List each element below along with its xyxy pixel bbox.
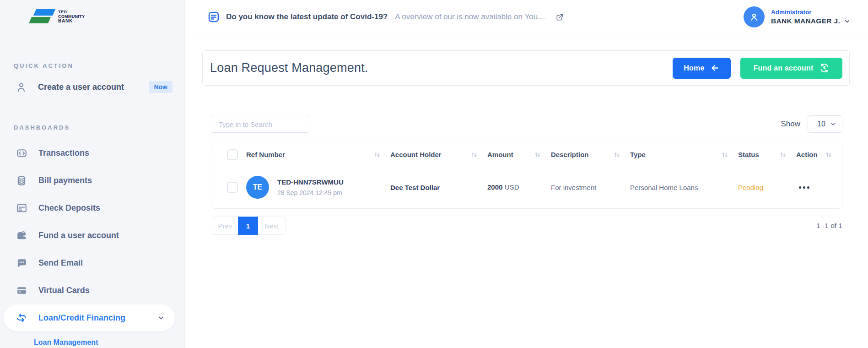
column-header-ref-number[interactable]: Ref Number [246, 151, 390, 158]
row-checkbox[interactable] [227, 182, 238, 193]
sidebar-item-check-deposits[interactable]: Check Deposits [0, 194, 184, 222]
transactions-icon [16, 147, 27, 159]
user-role: Administrator [771, 9, 851, 16]
chevron-down-icon [830, 121, 836, 127]
bank-logo-icon [29, 8, 55, 25]
svg-text:$: $ [823, 65, 826, 70]
announcement-icon [208, 11, 220, 23]
bill-payments-icon [16, 175, 27, 186]
chevron-down-icon [157, 314, 165, 321]
row-avatar: TE [246, 176, 269, 199]
table-zone: Show 10 [212, 115, 842, 235]
loan-requests-table: Ref Number Account Holder [212, 143, 842, 209]
sort-icon[interactable] [722, 152, 728, 158]
fund-account-icon [16, 230, 27, 241]
type-cell: Personal Home Loans [630, 184, 738, 191]
chevron-down-icon [844, 18, 851, 25]
page-title-card: Loan Request Management. Home Fund an ac… [202, 50, 850, 86]
sort-icon[interactable] [471, 152, 477, 158]
user-menu[interactable]: Administrator BANK MANAGER J. [744, 6, 851, 27]
brand-line1: TED [58, 10, 85, 14]
column-header-description[interactable]: Description [551, 151, 630, 158]
menu-label-fund-user-account: Fund a user account [38, 231, 119, 240]
ref-date: 28 Sep 2024 12:45 pm [277, 189, 344, 196]
pagination-row: Prev 1 Next 1 -1 of 1 [212, 217, 842, 235]
show-label: Show [781, 120, 800, 129]
fund-button-label: Fund an account [754, 64, 814, 72]
sidebar-subitem-loan-management[interactable]: Loan Management [0, 332, 184, 348]
person-icon [16, 82, 27, 93]
search-input[interactable] [212, 116, 309, 133]
avatar [744, 6, 765, 27]
sort-icon[interactable] [614, 152, 620, 158]
show-select-value: 10 [817, 120, 825, 128]
arrow-left-icon [710, 63, 720, 73]
pagination-prev-button[interactable]: Prev [212, 217, 238, 235]
now-badge: Now [149, 81, 173, 93]
sync-dollar-icon: $ [819, 63, 830, 73]
topbar: Do you know the latest update of Covid-1… [185, 0, 868, 34]
currency: USD [505, 183, 519, 191]
pagination-page-1[interactable]: 1 [238, 217, 258, 235]
sort-icon[interactable] [780, 152, 786, 158]
virtual-cards-icon [16, 285, 27, 296]
brand-line3: BANK [58, 19, 85, 23]
notice-bold-text: Do you know the latest update of Covid-1… [226, 12, 388, 22]
sidebar-item-create-user-account[interactable]: Create a user account Now [0, 79, 184, 95]
create-account-label: Create a user account [38, 82, 124, 92]
sidebar-item-fund-user-account[interactable]: Fund a user account [0, 222, 184, 249]
sidebar-item-bill-payments[interactable]: Bill payments [0, 167, 184, 194]
covid-notice[interactable]: Do you know the latest update of Covid-1… [208, 11, 564, 23]
sidebar-item-virtual-cards[interactable]: Virtual Cards [0, 277, 184, 304]
pagination-next-button[interactable]: Next [258, 217, 286, 235]
column-header-action[interactable]: Action [796, 151, 842, 158]
user-name: BANK MANAGER J. [771, 17, 840, 25]
pagination: Prev 1 Next [212, 217, 286, 235]
table-header-row: Ref Number Account Holder [212, 143, 842, 166]
menu-label-bill-payments: Bill payments [38, 176, 92, 185]
sidebar-item-send-email[interactable]: Send Email [0, 249, 184, 277]
check-deposits-icon [16, 202, 27, 214]
amount-cell: 2000 USD [487, 183, 551, 191]
menu-label-transactions: Transactions [38, 148, 89, 158]
table-toolbar: Show 10 [212, 115, 842, 133]
table-row: TE TED-HNN7SRWMUU 28 Sep 2024 12:45 pm D… [212, 166, 842, 208]
sort-icon[interactable] [374, 152, 380, 158]
app-window: TED COMMUNITY BANK QUICK ACTION Create a… [0, 0, 868, 348]
account-holder-cell: Dee Test Dollar [390, 184, 487, 191]
sort-icon[interactable] [534, 152, 541, 158]
menu-label-virtual-cards: Virtual Cards [38, 286, 90, 295]
menu-label-send-email: Send Email [38, 258, 83, 268]
fund-account-button[interactable]: Fund an account $ [740, 58, 842, 79]
show-select[interactable]: 10 [808, 115, 842, 133]
column-header-status[interactable]: Status [738, 151, 796, 158]
sidebar-item-loan-credit-financing[interactable]: Loan/Credit Financing [4, 304, 175, 331]
external-link-icon[interactable] [555, 13, 564, 22]
column-header-type[interactable]: Type [630, 151, 738, 158]
status-badge: Pending [738, 184, 796, 191]
column-header-account-holder[interactable]: Account Holder [390, 151, 487, 158]
notice-rest-text: A overview of our is now available on Yo… [395, 12, 545, 22]
bank-logo[interactable]: TED COMMUNITY BANK [29, 8, 184, 25]
sidebar-menu: Transactions Bill payments [0, 139, 184, 348]
ref-number: TED-HNN7SRWMUU [277, 178, 344, 186]
pagination-info: 1 -1 of 1 [816, 222, 842, 230]
main-area: Do you know the latest update of Covid-1… [185, 0, 868, 348]
column-header-amount[interactable]: Amount [487, 151, 551, 158]
sidebar-item-transactions[interactable]: Transactions [0, 139, 184, 167]
send-email-icon [16, 257, 27, 269]
menu-label-loan-credit-financing: Loan/Credit Financing [38, 313, 125, 323]
quick-action-label: QUICK ACTION [0, 62, 184, 69]
home-button[interactable]: Home [673, 58, 731, 79]
description-cell: For investment [551, 184, 630, 191]
dashboards-label: DASHBOARDS [0, 124, 184, 131]
select-all-checkbox[interactable] [227, 149, 238, 160]
page-title: Loan Request Management. [210, 61, 368, 75]
row-actions-menu[interactable] [796, 186, 842, 189]
home-button-label: Home [684, 64, 704, 72]
menu-label-check-deposits: Check Deposits [38, 203, 100, 213]
content: Loan Request Management. Home Fund an ac… [185, 34, 868, 348]
sort-icon[interactable] [825, 152, 832, 158]
sidebar: TED COMMUNITY BANK QUICK ACTION Create a… [0, 0, 185, 348]
loan-credit-icon [16, 312, 27, 324]
